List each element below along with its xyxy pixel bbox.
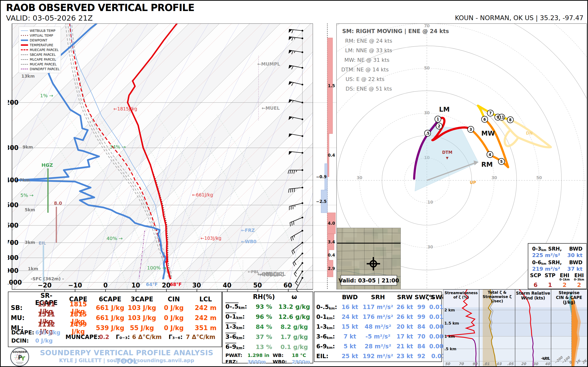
- sm-line: SM: RIGHT MOVING | ENE @ 24 kts: [342, 28, 449, 34]
- lm-vector: LM: NNE @ 33 kts: [345, 47, 392, 53]
- brand-subtitle: KYLE J GILLETT | sounderpysoundings.anvi…: [32, 358, 221, 363]
- rm-label: RM: [481, 161, 493, 168]
- legend-item: DWNDRFT PARCEL: [21, 67, 59, 71]
- svg-text:3.4: 3.4: [328, 240, 335, 244]
- sfc-label: -SFC (362m) -: [31, 276, 64, 281]
- kinematics-header: BWDSRHSRWSWζ%SWζ: [314, 292, 441, 302]
- srh3-header: 0-3km SRH,: [532, 246, 562, 252]
- logo-y: Y: [21, 355, 25, 362]
- temp-label: −20: [38, 282, 52, 289]
- svg-text:10: 10: [427, 200, 433, 205]
- wb0-label: ←WB0: [241, 239, 257, 244]
- pressure-label: 500: [8, 201, 18, 209]
- temp-label: 50: [253, 282, 262, 289]
- lapse36-label: Γ₃₋₆:: [169, 334, 183, 340]
- height-label: 13km: [21, 74, 35, 79]
- kin-row: 1-3km:15 kt48 m²/s²20 kt840.006: [314, 322, 441, 332]
- thermo-row-mu: MU: 1511 J/kg1815 J/kg 661 J/kg103 J/kg …: [9, 311, 222, 321]
- lm-label: LM: [439, 106, 450, 113]
- panel-xticks: 50 70 90: [445, 362, 478, 366]
- height-label: 3km: [25, 240, 35, 245]
- legend-item: WETBULB TEMP: [21, 28, 59, 33]
- dewpoint-line-icon: [21, 40, 28, 41]
- svg-text:.01: .01: [483, 362, 490, 366]
- app-root: RAOB OBSERVED VERTICAL PROFILE VALID: 03…: [0, 0, 588, 367]
- svg-text:.5: .5: [426, 131, 430, 136]
- logo-text: SOUNDER: [12, 350, 27, 354]
- svg-text:1: 1: [437, 117, 439, 121]
- pressure-label: 800: [8, 254, 18, 261]
- kin-row: 6-9km:5 kt28 m²/s²21 kt840.004: [314, 341, 441, 351]
- svg-text:6: 6: [484, 117, 486, 122]
- temp-axis-labels: −20 −10 0 10 20 30 40 50 60: [38, 282, 292, 289]
- legend-item: VIRTUAL TEMP: [21, 33, 59, 38]
- stp-header: STP: [543, 274, 558, 281]
- svg-text:.05: .05: [507, 362, 514, 366]
- dcin-value: 0 J/kg: [35, 338, 53, 344]
- muecape-line-icon: [21, 49, 28, 50]
- muncape-label: MUNCAPE:: [65, 334, 100, 340]
- frz-row: FRZ:3600m WB0:2900m: [223, 358, 313, 365]
- svg-text:1 km: 1 km: [444, 334, 455, 339]
- mumpl-label: ←MUMPL: [257, 61, 280, 67]
- temp-label: −10: [68, 282, 82, 289]
- map-valid-label: Valid: 03-05 | 21:00: [339, 277, 399, 284]
- moisture-table: RH(%)ω 0-.5km:93 %13.2 g/kg 0-1km:96 %12…: [222, 292, 313, 363]
- temperature-line-icon: [21, 44, 28, 46]
- svg-text:30: 30: [427, 245, 433, 249]
- legend-item: MUECAPE PARCEL: [21, 47, 59, 52]
- svg-text:3: 3: [469, 127, 472, 132]
- kin-row: 0-.5km:16 kt117 m²/s²26 kt990.018: [314, 302, 441, 312]
- cape-label: ←1815J/kg: [113, 106, 137, 111]
- rh-label: 100% →: [147, 265, 166, 271]
- us-vector: US: E @ 22 kts: [346, 76, 384, 82]
- srh6-value: 219 m²/s²: [532, 266, 560, 272]
- cape-label: ←661J/kg: [192, 192, 213, 197]
- dn-label: DN: [526, 131, 533, 136]
- srw-panel: Storm Relative Wind (kts) -LFC -LCL 20 3…: [515, 289, 551, 367]
- sbcape-line-icon: [21, 54, 28, 55]
- dcape-label: DCAPE:: [11, 329, 34, 336]
- sounderpy-logo: SOUNDER P Y: [10, 347, 29, 367]
- kinematics-table: BWDSRHSRWSWζ%SWζ 0-.5km:16 kt117 m²/s²26…: [314, 292, 442, 362]
- station-info: KOUN - NORMAN, OK US | 35.23, -97.47: [455, 14, 583, 22]
- scp-header: SCP: [528, 274, 543, 281]
- svg-text:1.5: 1.5: [328, 83, 335, 88]
- svg-text:4.0: 4.0: [328, 221, 335, 226]
- kin-row-eil: EIL:25 kt192 m²/s²23 kt920.01: [314, 351, 441, 361]
- pressure-label: 600: [8, 222, 18, 229]
- dwndrft-line-icon: [21, 69, 28, 69]
- svg-text:2.9: 2.9: [328, 266, 335, 271]
- rh-label: 5% →: [20, 192, 34, 198]
- svg-text:−2.5: −2.5: [316, 199, 327, 204]
- mlcape-line-icon: [21, 59, 28, 60]
- hodo-stats-box: 0-3km SRH, BWD 225 m²/s² 30 kt 0-6km SRH…: [528, 243, 587, 289]
- svg-text:0.4: 0.4: [328, 153, 335, 158]
- panel-title: Streamwiseness: [445, 291, 478, 295]
- svg-text:70: 70: [424, 24, 430, 28]
- omega-panel: 1.50.4−0.9−2.54.03.40.42.9: [313, 24, 337, 297]
- svg-text:.5 km: .5 km: [444, 347, 456, 351]
- rh-label: 34% →: [110, 144, 126, 150]
- dtm-label: DTM: [442, 150, 452, 155]
- skewt-legend: WETBULB TEMP VIRTUAL TEMP DEWPOINT TEMPE…: [19, 27, 61, 73]
- svg-text:2: 2: [438, 124, 440, 128]
- svg-text:20: 20: [521, 362, 526, 366]
- pwat-row: PWAT:1.298 in WB:18 °C: [223, 352, 313, 358]
- thermo-table: SR-ECAPECAPE 6CAPE3CAPE CINLCL SB: 1511 …: [8, 292, 222, 347]
- valid-time: VALID: 03-05-2026 21Z: [6, 14, 93, 22]
- eil-label: EIL: [39, 241, 46, 246]
- svg-text:of ζ (%): of ζ (%): [453, 295, 469, 300]
- svg-text:(J/kg): (J/kg): [563, 300, 575, 305]
- svg-text:1.5 km: 1.5 km: [444, 321, 459, 325]
- panel-title: Total ζ &: [488, 290, 506, 295]
- svg-text:50: 50: [424, 66, 430, 70]
- muel-label: ←MUEL: [262, 105, 280, 111]
- panel-bands: [443, 289, 479, 367]
- rm-vector: RM: ENE @ 24 kts: [345, 38, 392, 44]
- svg-text:40: 40: [545, 362, 550, 366]
- svg-text:(/sec): (/sec): [491, 299, 503, 303]
- bwd6-value: 37 kt: [567, 266, 582, 272]
- vorticity-panel: Total ζ & Streamwise ζ (/sec) .01 .03 .0…: [479, 289, 515, 367]
- page-title: RAOB OBSERVED VERTICAL PROFILE: [6, 2, 194, 13]
